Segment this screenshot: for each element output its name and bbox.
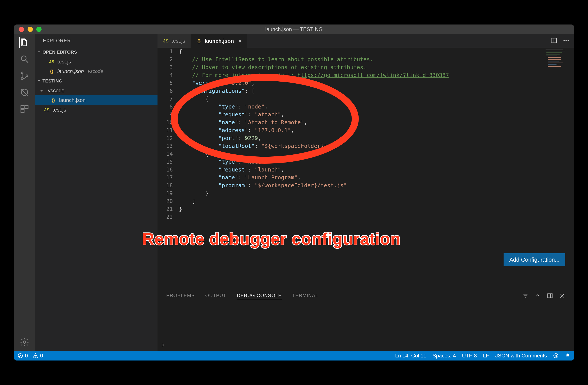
code-line: "version": "0.2.0", (178, 79, 574, 87)
js-file-icon: JS (49, 59, 55, 64)
extensions-icon[interactable] (19, 104, 30, 114)
debug-console-prompt: › (162, 341, 164, 348)
chevron-down-icon (37, 50, 41, 54)
code-line: "configurations": [ (178, 87, 574, 95)
editor-tab[interactable]: JStest.js (158, 34, 191, 48)
explorer-sidebar: EXPLORER OPEN EDITORS JStest.js{}launch.… (35, 34, 158, 351)
svg-point-14 (566, 40, 567, 41)
code-line: } (178, 205, 574, 213)
open-editor-item[interactable]: JStest.js (35, 57, 158, 66)
panel-tab-debug-console[interactable]: DEBUG CONSOLE (237, 293, 282, 300)
tab-close-icon[interactable]: × (236, 38, 242, 44)
maximize-window-button[interactable] (36, 27, 42, 32)
editor-area[interactable]: 12345678910111213141516171819202122 { //… (158, 48, 574, 290)
panel-layout-icon[interactable] (547, 293, 553, 300)
status-warnings[interactable]: 0 (33, 353, 43, 359)
code-line: "address": "127.0.0.1", (178, 127, 574, 134)
explorer-title: EXPLORER (35, 34, 158, 47)
folder-name: .vscode (46, 87, 64, 94)
status-cursor-position[interactable]: Ln 14, Col 11 (395, 353, 426, 359)
json-file-icon: {} (49, 69, 55, 74)
json-file-icon: {} (196, 39, 202, 43)
bottom-panel: PROBLEMSOUTPUTDEBUG CONSOLETERMINAL › (158, 290, 574, 351)
split-editor-icon[interactable] (550, 37, 557, 45)
code-line: } (178, 190, 574, 197)
status-encoding[interactable]: UTF-8 (462, 353, 477, 359)
svg-point-15 (568, 40, 569, 41)
svg-point-27 (35, 357, 36, 357)
code-line: { (178, 150, 574, 158)
code-line: "type": "node", (178, 158, 574, 166)
js-file-icon: JS (163, 39, 169, 43)
editor-actions (550, 34, 574, 48)
settings-gear-icon[interactable] (19, 337, 30, 347)
status-eol[interactable]: LF (483, 353, 489, 359)
app-window: launch.json — TESTING (14, 24, 574, 361)
panel-filter-icon[interactable] (522, 293, 528, 300)
js-file-icon: JS (44, 107, 50, 112)
svg-point-13 (564, 40, 565, 41)
status-indentation[interactable]: Spaces: 4 (432, 353, 456, 359)
svg-point-0 (21, 56, 26, 61)
editor-tabs: JStest.js{}launch.json× (158, 34, 574, 48)
svg-line-1 (26, 60, 28, 63)
code-line: // Hover to view descriptions of existin… (178, 64, 574, 71)
file-item[interactable]: JStest.js (35, 105, 158, 115)
status-feedback-icon[interactable] (553, 353, 559, 359)
titlebar: launch.json — TESTING (14, 24, 574, 34)
file-item[interactable]: {}launch.json (35, 95, 158, 105)
code-line: // For more information, visit: https://… (178, 71, 574, 79)
editor-tab[interactable]: {}launch.json× (191, 34, 247, 48)
file-directory: .vscode (86, 68, 103, 74)
svg-point-28 (554, 354, 558, 358)
code-line: "name": "Launch Program", (178, 174, 574, 182)
panel-close-icon[interactable] (559, 293, 565, 300)
open-editors-header[interactable]: OPEN EDITORS (35, 47, 158, 57)
search-icon[interactable] (19, 54, 30, 64)
svg-rect-19 (548, 294, 552, 298)
svg-point-29 (555, 355, 555, 355)
svg-point-30 (556, 355, 557, 355)
file-name: launch.json (57, 68, 84, 74)
add-configuration-button[interactable]: Add Configuration... (504, 253, 565, 266)
file-name: launch.json (59, 97, 85, 103)
debug-icon[interactable] (19, 87, 30, 98)
panel-collapse-icon[interactable] (535, 293, 541, 300)
svg-rect-9 (21, 109, 24, 113)
svg-point-2 (21, 72, 23, 74)
close-window-button[interactable] (19, 27, 24, 32)
svg-rect-7 (21, 106, 24, 109)
code-line: "name": "Attach to Remote", (178, 119, 574, 127)
workspace-header[interactable]: TESTING (35, 76, 158, 86)
panel-tabs: PROBLEMSOUTPUTDEBUG CONSOLETERMINAL (158, 290, 574, 303)
panel-tab-output[interactable]: OUTPUT (205, 293, 226, 300)
minimap[interactable] (543, 48, 574, 87)
panel-tab-problems[interactable]: PROBLEMS (166, 293, 195, 300)
file-name: test.js (52, 107, 66, 113)
minimize-window-button[interactable] (28, 27, 33, 32)
editor-group: JStest.js{}launch.json× 1234567891011121… (158, 34, 574, 351)
folder-item[interactable]: .vscode (35, 86, 158, 95)
debug-console-body[interactable]: › (158, 303, 574, 351)
source-control-icon[interactable] (19, 70, 30, 81)
status-errors[interactable]: 0 (18, 353, 28, 359)
status-language[interactable]: JSON with Comments (495, 353, 547, 359)
tab-label: launch.json (205, 38, 234, 44)
code-line: // Use IntelliSense to learn about possi… (178, 56, 574, 64)
line-number-gutter: 12345678910111213141516171819202122 (158, 48, 178, 290)
code-line: "type": "node", (178, 103, 574, 111)
code-line: "localRoot": "${workspaceFolder}" (178, 142, 574, 150)
chevron-down-icon (37, 79, 41, 83)
activity-bar (14, 34, 35, 351)
chevron-down-icon (39, 88, 44, 93)
panel-tab-terminal[interactable]: TERMINAL (292, 293, 318, 300)
status-notifications-icon[interactable] (565, 353, 570, 359)
code-line: { (178, 95, 574, 103)
code-line: "program": "${workspaceFolder}/test.js" (178, 182, 574, 190)
more-actions-icon[interactable] (563, 37, 570, 45)
explorer-icon[interactable] (19, 37, 30, 48)
svg-point-10 (23, 341, 26, 343)
open-editor-item[interactable]: {}launch.json.vscode (35, 66, 158, 76)
code-line: "request": "attach", (178, 111, 574, 119)
code-line: "port": 9229, (178, 134, 574, 142)
